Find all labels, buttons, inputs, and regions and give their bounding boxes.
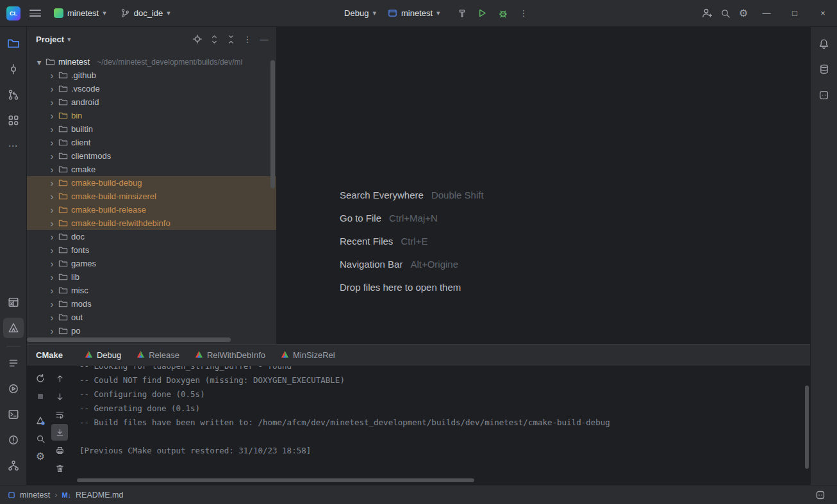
build-type-selector[interactable]: Debug ▾ — [340, 6, 380, 20]
stop-button[interactable] — [32, 388, 49, 405]
tree-item[interactable]: ›doc — [27, 230, 276, 243]
chevron-right-icon[interactable]: › — [49, 300, 55, 309]
settings-button[interactable]: ⚙ — [734, 4, 752, 22]
cmake-tab-minsizerel[interactable]: MinSizeRel — [273, 345, 343, 366]
chevron-right-icon[interactable]: › — [49, 179, 55, 188]
tree-item[interactable]: ›fonts — [27, 243, 276, 257]
notifications-button[interactable] — [814, 33, 834, 54]
main-menu-hamburger-icon[interactable] — [27, 5, 44, 22]
tree-item[interactable]: ›cmake-build-debug — [27, 176, 276, 190]
project-widget[interactable]: minetest ▾ — [50, 6, 110, 20]
chevron-down-icon[interactable]: ▾ — [36, 58, 42, 67]
tree-item[interactable]: ›lib — [27, 270, 276, 284]
cmake-tab-debug[interactable]: Debug — [77, 345, 129, 366]
toolwindow-todo-button[interactable] — [3, 353, 24, 373]
tree-item[interactable]: ›android — [27, 95, 276, 109]
locate-file-button[interactable] — [189, 31, 206, 47]
cmake-console-output[interactable]: -- Looking for luaopen_string_buffer - f… — [70, 366, 810, 485]
tree-item[interactable]: ›mods — [27, 297, 276, 311]
toolwindow-git-button[interactable] — [3, 455, 24, 476]
tree-item[interactable]: ›bin — [27, 109, 276, 122]
find-in-output-button[interactable] — [32, 430, 49, 447]
tree-item[interactable]: ›client — [27, 136, 276, 149]
toolwindow-structure-button[interactable] — [3, 110, 24, 131]
run-button[interactable] — [474, 4, 492, 22]
tree-item[interactable]: ›cmake-build-relwithdebinfo — [27, 216, 276, 230]
chevron-right-icon[interactable]: › — [49, 246, 55, 255]
toolwindow-database-button[interactable] — [814, 59, 834, 79]
chevron-right-icon[interactable]: › — [49, 259, 55, 268]
project-vertical-scrollbar[interactable] — [270, 60, 275, 188]
chevron-right-icon[interactable]: › — [49, 232, 55, 241]
toolwindow-services-button[interactable] — [3, 378, 24, 399]
tree-item[interactable]: ›.github — [27, 69, 276, 82]
build-button[interactable] — [453, 4, 471, 22]
next-message-button[interactable] — [51, 388, 68, 405]
scroll-to-end-button[interactable] — [51, 424, 68, 441]
breadcrumb-file[interactable]: README.md — [76, 491, 123, 500]
window-maximize-button[interactable]: □ — [781, 0, 809, 27]
statusbar-ai-button[interactable] — [811, 486, 829, 504]
chevron-right-icon[interactable]: › — [49, 138, 55, 147]
collapse-all-button[interactable] — [222, 31, 239, 47]
toolwindow-project-button[interactable] — [3, 33, 24, 54]
project-panel-title[interactable]: Project ▾ — [36, 35, 71, 44]
chevron-right-icon[interactable]: › — [49, 192, 55, 201]
chevron-right-icon[interactable]: › — [49, 165, 55, 174]
more-toolwindows-button[interactable]: ⋯ — [3, 136, 24, 156]
window-minimize-button[interactable]: — — [752, 0, 781, 27]
cmake-tab-relwithdebinfo[interactable]: RelWithDebInfo — [187, 345, 273, 366]
console-settings-button[interactable]: ⚙ — [32, 448, 49, 465]
hide-panel-button[interactable]: — — [256, 31, 272, 47]
chevron-right-icon[interactable]: › — [49, 71, 55, 80]
toolwindow-cmake-button[interactable] — [3, 318, 24, 338]
chevron-right-icon[interactable]: › — [49, 313, 55, 322]
print-button[interactable] — [51, 442, 68, 459]
toolwindow-commit-button[interactable] — [3, 59, 24, 79]
window-close-button[interactable]: × — [809, 0, 837, 27]
panel-options-button[interactable]: ⋮ — [239, 31, 256, 47]
debug-button[interactable] — [494, 4, 512, 22]
toolwindow-terminal-button[interactable] — [3, 404, 24, 425]
tree-item[interactable]: ›builtin — [27, 122, 276, 136]
toolwindow-ai-assistant-button[interactable] — [814, 85, 834, 105]
soft-wrap-button[interactable] — [51, 406, 68, 423]
chevron-right-icon[interactable]: › — [49, 327, 55, 336]
toolwindow-problems-button[interactable] — [3, 430, 24, 450]
breadcrumb-project[interactable]: minetest — [20, 491, 50, 500]
clion-logo-icon[interactable]: CL — [6, 6, 21, 20]
tree-item[interactable]: ›misc — [27, 284, 276, 297]
console-horizontal-scrollbar[interactable] — [77, 478, 474, 482]
vcs-branch-widget[interactable]: doc_ide ▾ — [117, 6, 174, 20]
chevron-right-icon[interactable]: › — [49, 111, 55, 120]
tree-item[interactable]: ›cmake — [27, 163, 276, 176]
tree-item[interactable]: ›cmake-build-release — [27, 203, 276, 216]
chevron-right-icon[interactable]: › — [49, 286, 55, 295]
clear-output-button[interactable] — [51, 460, 68, 476]
chevron-right-icon[interactable]: › — [49, 152, 55, 161]
chevron-right-icon[interactable]: › — [49, 273, 55, 282]
cmake-tab-release[interactable]: Release — [129, 345, 187, 366]
tree-item-root[interactable]: ▾minetest~/dev/minetest_development/buil… — [27, 55, 276, 69]
toolwindow-pull-requests-button[interactable] — [3, 85, 24, 105]
tree-item[interactable]: ›out — [27, 311, 276, 324]
toolwindow-table-view-button[interactable] — [3, 292, 24, 313]
console-vertical-scrollbar[interactable] — [805, 386, 809, 469]
reload-cmake-button[interactable] — [32, 370, 49, 387]
tree-item[interactable]: ›clientmods — [27, 149, 276, 163]
chevron-right-icon[interactable]: › — [49, 85, 55, 93]
project-horizontal-scrollbar[interactable] — [27, 337, 231, 342]
prev-message-button[interactable] — [51, 370, 68, 387]
chevron-right-icon[interactable]: › — [49, 206, 55, 215]
tree-item[interactable]: ›po — [27, 324, 276, 337]
chevron-right-icon[interactable]: › — [49, 125, 55, 134]
more-actions-button[interactable]: ⋮ — [515, 4, 533, 22]
search-everywhere-button[interactable] — [717, 4, 734, 22]
tree-item[interactable]: ›cmake-build-minsizerel — [27, 190, 276, 203]
run-configuration-selector[interactable]: minetest ▾ — [384, 6, 444, 20]
code-with-me-button[interactable] — [699, 4, 717, 22]
tree-item[interactable]: ›games — [27, 257, 276, 270]
chevron-right-icon[interactable]: › — [49, 219, 55, 228]
chevron-right-icon[interactable]: › — [49, 98, 55, 107]
expand-all-button[interactable] — [206, 31, 222, 47]
